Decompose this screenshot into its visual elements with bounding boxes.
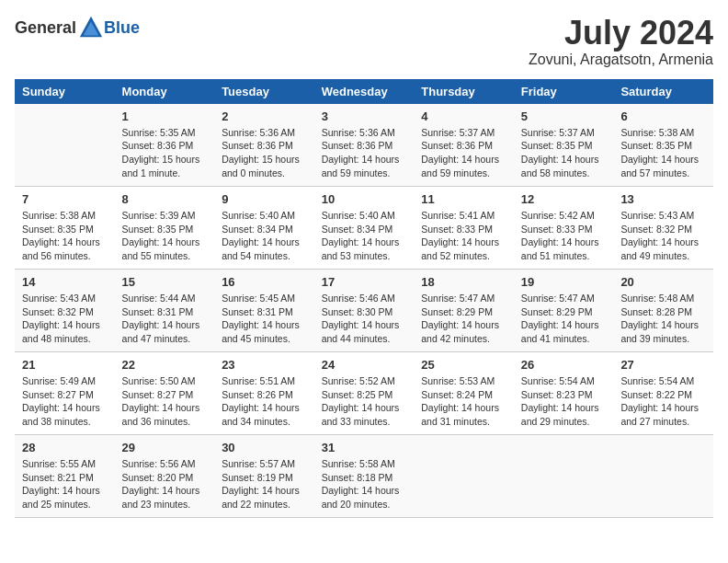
calendar-cell: 1Sunrise: 5:35 AMSunset: 8:36 PMDaylight… [115, 104, 215, 187]
day-header-tuesday: Tuesday [214, 79, 314, 104]
day-info: Sunrise: 5:46 AMSunset: 8:30 PMDaylight:… [322, 292, 407, 346]
calendar-cell: 26Sunrise: 5:54 AMSunset: 8:23 PMDayligh… [514, 352, 614, 435]
day-info: Sunrise: 5:43 AMSunset: 8:32 PMDaylight:… [22, 292, 108, 346]
day-header-wednesday: Wednesday [314, 79, 415, 104]
week-row-2: 7Sunrise: 5:38 AMSunset: 8:35 PMDaylight… [15, 187, 713, 270]
logo: General Blue [15, 15, 140, 40]
day-info: Sunrise: 5:45 AMSunset: 8:31 PMDaylight:… [222, 292, 307, 346]
day-info: Sunrise: 5:40 AMSunset: 8:34 PMDaylight:… [222, 209, 307, 263]
day-info: Sunrise: 5:58 AMSunset: 8:18 PMDaylight:… [322, 457, 407, 511]
location-title: Zovuni, Aragatsotn, Armenia [529, 52, 713, 68]
day-header-saturday: Saturday [613, 79, 713, 104]
calendar-cell: 14Sunrise: 5:43 AMSunset: 8:32 PMDayligh… [15, 270, 115, 352]
day-number: 12 [521, 192, 607, 206]
calendar-cell: 20Sunrise: 5:48 AMSunset: 8:28 PMDayligh… [613, 270, 713, 352]
day-info: Sunrise: 5:53 AMSunset: 8:24 PMDaylight:… [421, 374, 506, 429]
calendar-cell: 27Sunrise: 5:54 AMSunset: 8:22 PMDayligh… [613, 352, 713, 435]
day-info: Sunrise: 5:47 AMSunset: 8:29 PMDaylight:… [521, 292, 607, 346]
day-info: Sunrise: 5:41 AMSunset: 8:33 PMDaylight:… [421, 209, 506, 263]
calendar-cell: 24Sunrise: 5:52 AMSunset: 8:25 PMDayligh… [314, 352, 415, 435]
header: General Blue July 2024 Zovuni, Aragatsot… [15, 15, 713, 68]
calendar-cell: 28Sunrise: 5:55 AMSunset: 8:21 PMDayligh… [15, 435, 115, 518]
calendar-cell: 13Sunrise: 5:43 AMSunset: 8:32 PMDayligh… [613, 187, 713, 270]
day-info: Sunrise: 5:36 AMSunset: 8:36 PMDaylight:… [222, 126, 307, 180]
calendar-cell: 12Sunrise: 5:42 AMSunset: 8:33 PMDayligh… [514, 187, 614, 270]
title-area: July 2024 Zovuni, Aragatsotn, Armenia [529, 15, 713, 68]
calendar-cell: 6Sunrise: 5:38 AMSunset: 8:35 PMDaylight… [613, 104, 713, 187]
day-info: Sunrise: 5:38 AMSunset: 8:35 PMDaylight:… [22, 209, 108, 263]
calendar-cell: 15Sunrise: 5:44 AMSunset: 8:31 PMDayligh… [115, 270, 215, 352]
day-number: 5 [521, 109, 607, 123]
calendar-cell: 19Sunrise: 5:47 AMSunset: 8:29 PMDayligh… [514, 270, 614, 352]
day-info: Sunrise: 5:35 AMSunset: 8:36 PMDaylight:… [122, 126, 208, 180]
day-number: 27 [620, 358, 706, 372]
day-info: Sunrise: 5:36 AMSunset: 8:36 PMDaylight:… [322, 126, 407, 180]
calendar-table: SundayMondayTuesdayWednesdayThursdayFrid… [15, 79, 713, 519]
calendar-cell: 23Sunrise: 5:51 AMSunset: 8:26 PMDayligh… [214, 352, 314, 435]
week-row-1: 1Sunrise: 5:35 AMSunset: 8:36 PMDaylight… [15, 104, 713, 187]
calendar-cell: 18Sunrise: 5:47 AMSunset: 8:29 PMDayligh… [414, 270, 514, 352]
day-number: 21 [22, 358, 108, 372]
day-info: Sunrise: 5:55 AMSunset: 8:21 PMDaylight:… [22, 457, 108, 511]
day-header-friday: Friday [514, 79, 614, 104]
day-number: 29 [122, 441, 208, 454]
day-number: 3 [322, 109, 407, 123]
day-number: 4 [421, 109, 506, 123]
logo-icon [78, 15, 104, 40]
day-number: 8 [122, 192, 208, 206]
day-number: 2 [222, 109, 307, 123]
day-number: 1 [122, 109, 208, 123]
calendar-cell [613, 435, 713, 518]
day-info: Sunrise: 5:37 AMSunset: 8:35 PMDaylight:… [521, 126, 607, 180]
day-number: 16 [222, 275, 307, 289]
day-header-thursday: Thursday [414, 79, 514, 104]
day-info: Sunrise: 5:52 AMSunset: 8:25 PMDaylight:… [322, 374, 407, 429]
day-info: Sunrise: 5:57 AMSunset: 8:19 PMDaylight:… [222, 457, 307, 511]
day-number: 24 [322, 358, 407, 372]
day-number: 7 [22, 192, 108, 206]
calendar-cell: 16Sunrise: 5:45 AMSunset: 8:31 PMDayligh… [214, 270, 314, 352]
day-header-sunday: Sunday [15, 79, 115, 104]
calendar-cell: 3Sunrise: 5:36 AMSunset: 8:36 PMDaylight… [314, 104, 415, 187]
day-number: 26 [521, 358, 607, 372]
day-number: 19 [521, 275, 607, 289]
week-row-4: 21Sunrise: 5:49 AMSunset: 8:27 PMDayligh… [15, 352, 713, 435]
day-info: Sunrise: 5:40 AMSunset: 8:34 PMDaylight:… [322, 209, 407, 263]
calendar-cell [414, 435, 514, 518]
day-number: 25 [421, 358, 506, 372]
logo-general-text: General [15, 18, 76, 38]
day-info: Sunrise: 5:47 AMSunset: 8:29 PMDaylight:… [421, 292, 506, 346]
day-info: Sunrise: 5:39 AMSunset: 8:35 PMDaylight:… [122, 209, 208, 263]
day-info: Sunrise: 5:43 AMSunset: 8:32 PMDaylight:… [620, 209, 706, 263]
day-info: Sunrise: 5:56 AMSunset: 8:20 PMDaylight:… [122, 457, 208, 511]
day-number: 30 [222, 441, 307, 454]
day-number: 28 [22, 441, 108, 454]
day-info: Sunrise: 5:49 AMSunset: 8:27 PMDaylight:… [22, 374, 108, 429]
day-number: 10 [322, 192, 407, 206]
day-number: 6 [620, 109, 706, 123]
day-number: 23 [222, 358, 307, 372]
day-number: 31 [322, 441, 407, 454]
day-number: 20 [620, 275, 706, 289]
day-info: Sunrise: 5:37 AMSunset: 8:36 PMDaylight:… [421, 126, 506, 180]
calendar-cell: 22Sunrise: 5:50 AMSunset: 8:27 PMDayligh… [115, 352, 215, 435]
day-info: Sunrise: 5:38 AMSunset: 8:35 PMDaylight:… [620, 126, 706, 180]
day-number: 18 [421, 275, 506, 289]
month-title: July 2024 [529, 15, 713, 52]
calendar-cell: 29Sunrise: 5:56 AMSunset: 8:20 PMDayligh… [115, 435, 215, 518]
calendar-cell: 11Sunrise: 5:41 AMSunset: 8:33 PMDayligh… [414, 187, 514, 270]
day-info: Sunrise: 5:54 AMSunset: 8:23 PMDaylight:… [521, 374, 607, 429]
day-number: 17 [322, 275, 407, 289]
day-number: 13 [620, 192, 706, 206]
day-number: 15 [122, 275, 208, 289]
calendar-cell: 2Sunrise: 5:36 AMSunset: 8:36 PMDaylight… [214, 104, 314, 187]
calendar-cell [15, 104, 115, 187]
calendar-cell: 21Sunrise: 5:49 AMSunset: 8:27 PMDayligh… [15, 352, 115, 435]
calendar-cell: 31Sunrise: 5:58 AMSunset: 8:18 PMDayligh… [314, 435, 415, 518]
day-info: Sunrise: 5:42 AMSunset: 8:33 PMDaylight:… [521, 209, 607, 263]
calendar-cell: 4Sunrise: 5:37 AMSunset: 8:36 PMDaylight… [414, 104, 514, 187]
logo-blue-text: Blue [104, 18, 140, 38]
week-row-5: 28Sunrise: 5:55 AMSunset: 8:21 PMDayligh… [15, 435, 713, 518]
day-info: Sunrise: 5:48 AMSunset: 8:28 PMDaylight:… [620, 292, 706, 346]
calendar-cell: 10Sunrise: 5:40 AMSunset: 8:34 PMDayligh… [314, 187, 415, 270]
